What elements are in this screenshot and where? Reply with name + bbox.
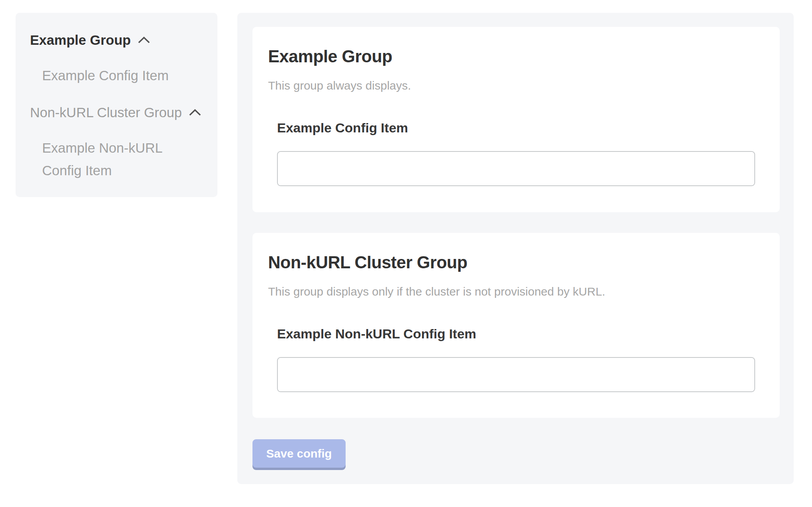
save-config-button[interactable]: Save config (252, 439, 346, 468)
config-item-label: Example Non-kURL Config Item (277, 326, 764, 342)
group-description: This group displays only if the cluster … (268, 285, 764, 298)
nav-group-example: Example Group Example Config Item (30, 32, 206, 87)
group-description: This group always displays. (268, 79, 764, 92)
config-item-label: Example Config Item (277, 120, 764, 136)
config-page: Example Group Example Config Item Non-kU… (0, 0, 812, 507)
group-title: Non-kURL Cluster Group (268, 252, 764, 272)
nav-group-non-kurl: Non-kURL Cluster Group Example Non-kURL … (30, 105, 206, 182)
chevron-up-icon (189, 109, 201, 116)
chevron-up-icon (138, 36, 150, 44)
nav-item-example-config-item[interactable]: Example Config Item (42, 64, 206, 87)
example-non-kurl-config-item-input[interactable] (277, 357, 755, 392)
example-config-item-input[interactable] (277, 151, 755, 186)
config-main-panel: Example Group This group always displays… (237, 13, 794, 484)
nav-group-label: Non-kURL Cluster Group (30, 105, 182, 120)
nav-group-label: Example Group (30, 32, 131, 48)
nav-group-example-toggle[interactable]: Example Group (30, 32, 206, 48)
nav-group-non-kurl-toggle[interactable]: Non-kURL Cluster Group (30, 105, 206, 120)
config-group-card-example: Example Group This group always displays… (252, 27, 780, 212)
group-title: Example Group (268, 46, 764, 66)
config-nav-sidebar: Example Group Example Config Item Non-kU… (16, 13, 217, 197)
nav-item-example-non-kurl-config-item[interactable]: Example Non-kURL Config Item (42, 137, 175, 182)
config-group-card-non-kurl: Non-kURL Cluster Group This group displa… (252, 233, 780, 418)
